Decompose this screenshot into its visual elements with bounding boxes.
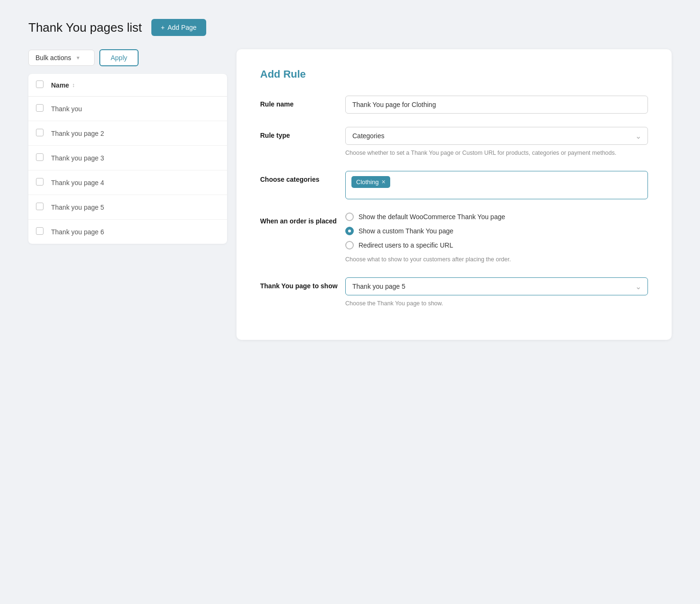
toolbar: Bulk actions ▾ Apply xyxy=(28,49,227,66)
choose-categories-label: Choose categories xyxy=(260,171,345,183)
row-label[interactable]: Thank you page 2 xyxy=(51,130,104,137)
list-item: Thank you xyxy=(28,97,227,121)
list-item: Thank you page 2 xyxy=(28,121,227,146)
pages-list-table: Name ↕ Thank you Thank you page 2 xyxy=(28,74,227,244)
thankyou-page-row: Thank You page to show Thank you page 1 … xyxy=(260,277,648,308)
choose-categories-control: Clothing × xyxy=(345,171,648,199)
radio-label-custom: Show a custom Thank You page xyxy=(359,227,454,235)
order-placed-control: Show the default WooCommerce Thank You p… xyxy=(345,213,648,264)
add-rule-panel: Add Rule Rule name Rule type Products Ca… xyxy=(236,49,672,340)
row-checkbox[interactable] xyxy=(36,203,44,210)
rule-type-select-wrapper: Products Categories Payment methods ⌄ xyxy=(345,127,648,145)
row-label[interactable]: Thank you page 6 xyxy=(51,228,104,236)
apply-button[interactable]: Apply xyxy=(99,49,139,66)
row-label[interactable]: Thank you page 4 xyxy=(51,179,104,187)
name-column-header[interactable]: Name ↕ xyxy=(51,81,75,89)
rule-name-label: Rule name xyxy=(260,96,345,108)
radio-option-custom[interactable]: Show a custom Thank You page xyxy=(345,227,648,235)
rule-type-row: Rule type Products Categories Payment me… xyxy=(260,127,648,158)
plus-icon: + xyxy=(161,24,165,31)
radio-circle-redirect xyxy=(345,241,354,249)
rule-type-control: Products Categories Payment methods ⌄ Ch… xyxy=(345,127,648,158)
rule-type-label: Rule type xyxy=(260,127,345,139)
order-placed-label: When an order is placed xyxy=(260,213,345,225)
rule-name-input[interactable] xyxy=(345,96,648,114)
rule-name-control xyxy=(345,96,648,114)
name-column-label: Name xyxy=(51,81,69,89)
categories-tags-container[interactable]: Clothing × xyxy=(345,171,648,199)
radio-label-default: Show the default WooCommerce Thank You p… xyxy=(359,213,505,221)
thankyou-page-helper: Choose the Thank You page to show. xyxy=(345,299,648,308)
row-label[interactable]: Thank you page 3 xyxy=(51,154,104,162)
page-header: Thank You pages list + Add Page xyxy=(28,19,672,36)
tag-label: Clothing xyxy=(356,178,379,186)
row-label[interactable]: Thank you page 5 xyxy=(51,204,104,211)
sort-icon: ↕ xyxy=(72,82,75,89)
thankyou-page-control: Thank you page 1 Thank you page 2 Thank … xyxy=(345,277,648,308)
clothing-tag: Clothing × xyxy=(351,176,390,188)
tag-remove-button[interactable]: × xyxy=(382,178,385,185)
radio-circle-default xyxy=(345,213,354,221)
left-panel: Bulk actions ▾ Apply Name ↕ Thank you xyxy=(28,49,227,340)
list-item: Thank you page 3 xyxy=(28,146,227,170)
row-checkbox[interactable] xyxy=(36,104,44,112)
header-checkbox-col xyxy=(36,80,51,89)
select-all-checkbox[interactable] xyxy=(36,80,44,88)
row-checkbox[interactable] xyxy=(36,178,44,186)
radio-option-default[interactable]: Show the default WooCommerce Thank You p… xyxy=(345,213,648,221)
row-checkbox[interactable] xyxy=(36,153,44,161)
page-title: Thank You pages list xyxy=(28,20,142,35)
bulk-actions-select[interactable]: Bulk actions ▾ xyxy=(28,50,95,66)
list-item: Thank you page 5 xyxy=(28,195,227,220)
row-label[interactable]: Thank you xyxy=(51,105,82,113)
list-item: Thank you page 6 xyxy=(28,220,227,244)
list-item: Thank you page 4 xyxy=(28,170,227,195)
panel-title: Add Rule xyxy=(260,68,648,80)
list-header: Name ↕ xyxy=(28,74,227,97)
add-page-button[interactable]: + Add Page xyxy=(151,19,206,36)
radio-group: Show the default WooCommerce Thank You p… xyxy=(345,213,648,249)
rule-type-select[interactable]: Products Categories Payment methods xyxy=(345,127,648,145)
radio-label-redirect: Redirect users to a specific URL xyxy=(359,241,453,249)
thankyou-page-select-wrapper: Thank you page 1 Thank you page 2 Thank … xyxy=(345,277,648,295)
bulk-actions-label: Bulk actions xyxy=(35,54,71,62)
radio-circle-custom xyxy=(345,227,354,235)
thankyou-page-select[interactable]: Thank you page 1 Thank you page 2 Thank … xyxy=(345,277,648,295)
main-layout: Bulk actions ▾ Apply Name ↕ Thank you xyxy=(28,49,672,340)
choose-categories-row: Choose categories Clothing × xyxy=(260,171,648,199)
row-checkbox[interactable] xyxy=(36,227,44,235)
radio-option-redirect[interactable]: Redirect users to a specific URL xyxy=(345,241,648,249)
rule-type-helper: Choose whether to set a Thank You page o… xyxy=(345,149,648,158)
radio-helper: Choose what to show to your customers af… xyxy=(345,255,648,264)
row-checkbox[interactable] xyxy=(36,129,44,136)
thankyou-page-label: Thank You page to show xyxy=(260,277,345,290)
rule-name-row: Rule name xyxy=(260,96,648,114)
add-page-label: Add Page xyxy=(167,24,197,31)
chevron-down-icon: ▾ xyxy=(77,54,79,61)
order-placed-row: When an order is placed Show the default… xyxy=(260,213,648,264)
